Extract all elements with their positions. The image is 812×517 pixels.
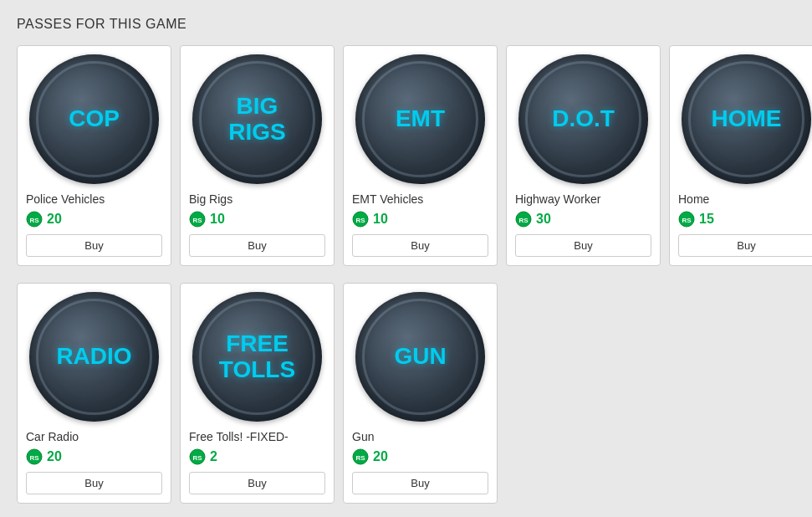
pass-price-value-radio: 20 (47, 449, 62, 464)
passes-row-1: COPPolice Vehicles RS 20BuyBIG RIGSBig R… (17, 45, 812, 266)
pass-price-cop: RS 20 (26, 211, 62, 228)
pass-name-emt: EMT Vehicles (352, 192, 423, 206)
pass-icon-free-tolls: FREE TOLLS (192, 292, 322, 422)
pass-price-value-free-tolls: 2 (210, 449, 217, 464)
pass-price-big-rigs: RS 10 (189, 211, 225, 228)
pass-card-dot: D.O.THighway Worker RS 30Buy (506, 45, 661, 266)
svg-text:RS: RS (518, 217, 529, 224)
buy-button-free-tolls[interactable]: Buy (189, 472, 325, 494)
pass-icon-big-rigs: BIG RIGS (192, 54, 322, 184)
pass-price-free-tolls: RS 2 (189, 448, 217, 465)
robux-icon: RS (189, 211, 206, 228)
pass-name-radio: Car Radio (26, 430, 79, 443)
svg-text:RS: RS (192, 454, 202, 462)
pass-icon-radio: RADIO (29, 292, 159, 422)
buy-button-cop[interactable]: Buy (26, 234, 162, 257)
pass-icon-emt: EMT (355, 54, 485, 184)
pass-card-home: HOMEHome RS 15Buy (669, 45, 812, 266)
pass-name-free-tolls: Free Tolls! -FIXED- (189, 430, 289, 443)
robux-icon: RS (189, 448, 206, 465)
pass-price-value-dot: 30 (536, 212, 551, 227)
pass-icon-label-cop: COP (62, 106, 126, 132)
buy-button-dot[interactable]: Buy (515, 234, 651, 257)
buy-button-gun[interactable]: Buy (352, 472, 488, 494)
robux-icon: RS (352, 211, 369, 228)
pass-price-value-gun: 20 (373, 449, 388, 464)
pass-card-cop: COPPolice Vehicles RS 20Buy (17, 45, 171, 266)
svg-text:RS: RS (355, 454, 365, 462)
robux-icon: RS (352, 448, 369, 465)
pass-card-radio: RADIOCar Radio RS 20Buy (17, 283, 171, 504)
pass-icon-label-gun: GUN (387, 344, 452, 370)
page-title: PASSES FOR THIS GAME (17, 17, 795, 32)
pass-name-gun: Gun (352, 430, 374, 443)
pass-icon-label-dot: D.O.T (545, 106, 621, 132)
robux-icon: RS (678, 211, 695, 228)
buy-button-emt[interactable]: Buy (352, 234, 488, 257)
pass-icon-home: HOME (682, 54, 811, 184)
pass-card-big-rigs: BIG RIGSBig Rigs RS 10Buy (180, 45, 335, 266)
pass-icon-dot: D.O.T (518, 54, 648, 184)
pass-price-radio: RS 20 (26, 448, 62, 465)
robux-icon: RS (26, 448, 43, 465)
pass-icon-label-radio: RADIO (49, 344, 138, 370)
pass-price-gun: RS 20 (352, 448, 388, 465)
pass-name-big-rigs: Big Rigs (189, 192, 232, 206)
pass-icon-cop: COP (29, 54, 159, 184)
pass-icon-label-emt: EMT (389, 106, 452, 132)
pass-card-free-tolls: FREE TOLLSFree Tolls! -FIXED- RS 2Buy (180, 283, 335, 504)
pass-icon-gun: GUN (355, 292, 485, 422)
pass-card-emt: EMTEMT Vehicles RS 10Buy (343, 45, 498, 266)
svg-text:RS: RS (192, 217, 202, 224)
passes-grid: COPPolice Vehicles RS 20BuyBIG RIGSBig R… (17, 45, 795, 512)
robux-icon: RS (26, 211, 43, 228)
svg-text:RS: RS (29, 454, 39, 462)
pass-name-dot: Highway Worker (515, 192, 600, 206)
svg-text:RS: RS (29, 217, 39, 224)
buy-button-radio[interactable]: Buy (26, 472, 162, 494)
pass-name-home: Home (678, 192, 709, 206)
pass-price-value-home: 15 (699, 212, 714, 227)
pass-price-value-cop: 20 (47, 212, 62, 227)
passes-row-2: RADIOCar Radio RS 20BuyFREE TOLLSFree To… (17, 283, 498, 504)
svg-text:RS: RS (682, 217, 692, 224)
robux-icon: RS (515, 211, 532, 228)
pass-price-dot: RS 30 (515, 211, 551, 228)
pass-price-value-emt: 10 (373, 212, 388, 227)
pass-price-value-big-rigs: 10 (210, 212, 225, 227)
pass-name-cop: Police Vehicles (26, 192, 105, 206)
pass-icon-label-big-rigs: BIG RIGS (222, 94, 292, 146)
buy-button-big-rigs[interactable]: Buy (189, 234, 325, 257)
pass-icon-label-free-tolls: FREE TOLLS (212, 331, 302, 383)
pass-price-home: RS 15 (678, 211, 714, 228)
buy-button-home[interactable]: Buy (678, 234, 812, 257)
pass-icon-label-home: HOME (705, 106, 789, 132)
pass-card-gun: GUNGun RS 20Buy (343, 283, 498, 504)
svg-text:RS: RS (355, 217, 365, 224)
pass-price-emt: RS 10 (352, 211, 388, 228)
